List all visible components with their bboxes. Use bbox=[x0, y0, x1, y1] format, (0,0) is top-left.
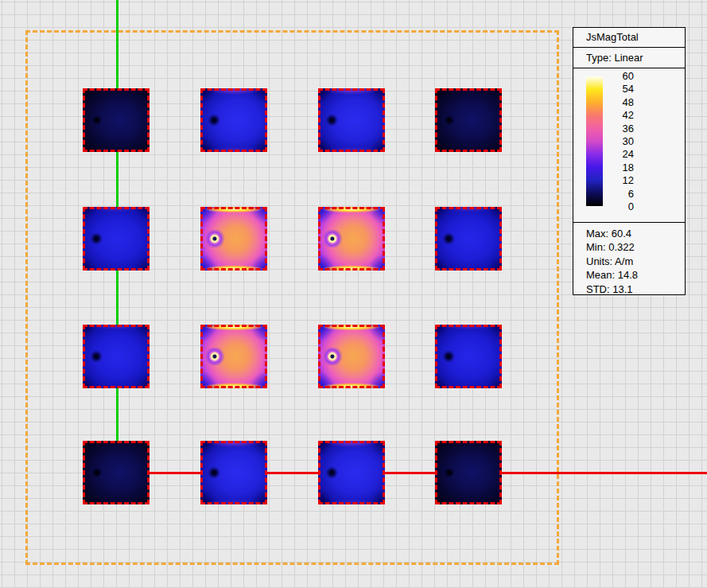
legend-stat-line: Max: 60.4 bbox=[586, 227, 685, 240]
patch-r2-c1[interactable] bbox=[83, 207, 150, 271]
colorbar-gradient bbox=[586, 76, 603, 206]
colorbar-section: 60544842363024181260 bbox=[573, 68, 685, 223]
legend-stat-line: STD: 13.1 bbox=[586, 282, 685, 296]
patch-r4-c2[interactable] bbox=[200, 441, 267, 504]
patch-r3-c1[interactable] bbox=[83, 325, 150, 388]
patch-r1-c2[interactable] bbox=[200, 88, 267, 152]
patch-r1-c4[interactable] bbox=[435, 88, 502, 152]
colorbar-tick: 42 bbox=[608, 110, 634, 120]
colorbar-tick: 24 bbox=[608, 149, 634, 159]
patch-r3-c2[interactable] bbox=[200, 325, 267, 388]
colorbar-tick: 0 bbox=[608, 201, 634, 212]
patch-r1-c3[interactable] bbox=[318, 88, 385, 152]
legend-stat-line: Units: A/m bbox=[586, 255, 685, 268]
patch-r2-c2[interactable] bbox=[200, 207, 267, 271]
patch-r2-c3[interactable] bbox=[318, 207, 385, 271]
colorbar-tick: 60 bbox=[608, 71, 634, 81]
colorbar-tick: 36 bbox=[608, 123, 634, 134]
field-plot-viewport[interactable]: JsMagTotal Type: Linear 6054484236302418… bbox=[0, 0, 707, 588]
patch-r1-c1[interactable] bbox=[83, 88, 150, 152]
colorbar-tick: 18 bbox=[608, 162, 634, 173]
legend-stat-line: Mean: 14.8 bbox=[586, 268, 685, 282]
field-legend: JsMagTotal Type: Linear 6054484236302418… bbox=[573, 27, 686, 295]
patch-r2-c4[interactable] bbox=[435, 207, 502, 271]
patch-r3-c4[interactable] bbox=[435, 325, 502, 388]
colorbar-tick: 48 bbox=[608, 97, 634, 107]
legend-statistics: Max: 60.4Min: 0.322Units: A/mMean: 14.8S… bbox=[573, 223, 685, 296]
patch-r4-c4[interactable] bbox=[435, 441, 502, 504]
patch-r4-c1[interactable] bbox=[83, 441, 150, 504]
colorbar-tick: 6 bbox=[608, 189, 634, 199]
legend-stat-line: Min: 0.322 bbox=[586, 240, 685, 254]
legend-scale-type: Type: Linear bbox=[573, 48, 685, 68]
colorbar-tick: 12 bbox=[608, 175, 634, 185]
colorbar-tick: 54 bbox=[608, 84, 634, 94]
patch-r3-c3[interactable] bbox=[318, 325, 385, 388]
patch-r4-c3[interactable] bbox=[318, 441, 385, 504]
legend-title: JsMagTotal bbox=[573, 28, 685, 48]
colorbar-tick-labels: 60544842363024181260 bbox=[608, 71, 640, 212]
colorbar-tick: 30 bbox=[608, 136, 634, 146]
